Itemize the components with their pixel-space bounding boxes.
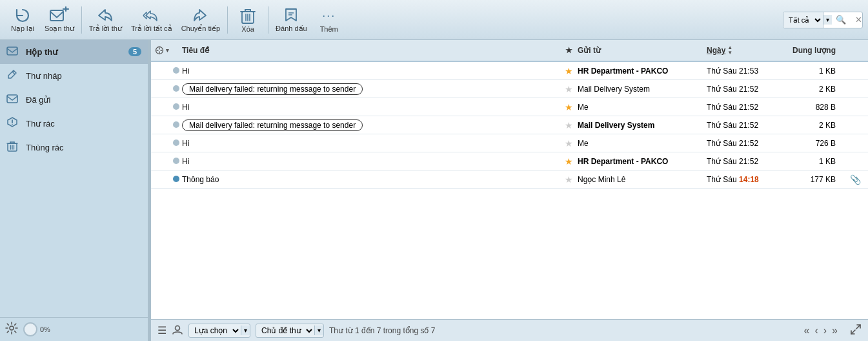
reply-all-button[interactable]: Trả lời tất cả <box>126 3 177 36</box>
search-scope-select[interactable]: Tất cả <box>783 12 823 28</box>
svg-rect-0 <box>50 10 63 21</box>
header-check: ▾ <box>155 46 173 55</box>
date-sort-arrows[interactable]: ▲▼ <box>727 45 732 56</box>
svg-line-30 <box>851 330 855 334</box>
select-dropdown[interactable]: Lựa chọn <box>189 324 241 337</box>
toolbar-group-main: Nạp lại Soạn thư Trả lời thư <box>5 3 347 36</box>
table-row[interactable]: Hi ★ Me Thứ Sáu 21:52 726 B <box>151 134 868 152</box>
sidebar-item-inbox[interactable]: Hộp thư 5 <box>0 40 148 64</box>
svg-rect-15 <box>7 95 17 103</box>
reply-button[interactable]: Trả lời thư <box>85 3 126 36</box>
search-close-button[interactable]: ✕ <box>855 15 862 25</box>
table-row[interactable]: Thông báo ★ Ngọc Minh Lê Thứ Sáu 14:18 1… <box>151 170 868 189</box>
row-subject: Thông báo <box>182 175 560 184</box>
row-dot <box>173 85 182 94</box>
forward-button[interactable]: Chuyển tiếp <box>177 3 225 36</box>
progress-circle <box>23 322 37 336</box>
email-content: ▾ Tiêu đề ★ Gửi từ Ngày ▲▼ Dung lượng <box>151 40 868 341</box>
row-star[interactable]: ★ <box>560 84 578 94</box>
star-icon[interactable]: ★ <box>565 174 573 185</box>
sent-icon <box>6 92 21 107</box>
header-size: Dung lượng <box>791 46 836 55</box>
list-view-icon[interactable]: ☰ <box>157 324 167 336</box>
nav-prev-button[interactable]: ‹ <box>812 325 820 336</box>
search-icon[interactable]: 🔍 <box>836 15 846 25</box>
row-dot <box>173 67 182 76</box>
star-icon[interactable]: ★ <box>565 66 573 76</box>
sidebar-footer: 0% <box>0 317 148 341</box>
spam-icon <box>6 116 21 130</box>
row-star[interactable]: ★ <box>560 174 578 185</box>
svg-rect-13 <box>7 47 17 55</box>
table-row[interactable]: Mail delivery failed: returning message … <box>151 116 868 134</box>
header-star: ★ <box>560 46 578 55</box>
row-from: Me <box>578 139 707 148</box>
forward-icon <box>190 6 211 25</box>
compose-button[interactable]: Soạn thư <box>40 3 79 36</box>
sidebar-item-trash[interactable]: Thùng rác <box>0 136 148 160</box>
reload-button[interactable]: Nạp lại <box>5 3 40 36</box>
star-icon[interactable]: ★ <box>565 156 573 167</box>
unread-indicator <box>173 85 179 92</box>
subject-arrow[interactable]: ▾ <box>314 326 323 335</box>
header-subject: Tiêu đề <box>182 46 560 55</box>
unread-indicator <box>173 140 179 146</box>
table-row[interactable]: Hi ★ HR Department - PAKCO Thứ Sáu 21:52… <box>151 152 868 170</box>
row-date: Thứ Sáu 21:52 <box>707 103 791 112</box>
svg-line-31 <box>856 325 860 329</box>
contact-view-icon[interactable] <box>172 324 183 337</box>
row-star[interactable]: ★ <box>560 120 578 130</box>
settings-gear-icon[interactable] <box>5 322 18 337</box>
inbox-badge: 5 <box>128 47 141 56</box>
unread-indicator <box>173 67 179 74</box>
toolbar-divider-3 <box>268 6 268 34</box>
subject-dropdown[interactable]: Chủ đề thư <box>256 324 314 337</box>
delete-icon <box>237 7 258 25</box>
row-date: Thứ Sáu 21:53 <box>707 67 791 76</box>
nav-next-button[interactable]: › <box>822 325 829 336</box>
table-row[interactable]: Hi ★ Me Thứ Sáu 21:52 828 B <box>151 98 868 116</box>
star-icon[interactable]: ★ <box>565 138 573 149</box>
search-scope-arrow[interactable]: ▾ <box>823 15 832 25</box>
row-date: Thứ Sáu 21:52 <box>707 139 791 148</box>
nav-last-button[interactable]: » <box>830 325 840 336</box>
mark-button[interactable]: Đánh dấu <box>271 3 312 36</box>
row-star[interactable]: ★ <box>560 102 578 112</box>
sidebar-inbox-label: Hộp thư <box>26 47 128 57</box>
row-star[interactable]: ★ <box>560 138 578 149</box>
row-dot <box>173 175 182 184</box>
row-star[interactable]: ★ <box>560 156 578 167</box>
row-size: 1 KB <box>791 67 836 76</box>
delete-button[interactable]: Xóa <box>230 4 265 36</box>
sidebar-item-spam[interactable]: Thư rác <box>0 112 148 136</box>
sidebar-sent-label: Đã gửi <box>26 95 141 105</box>
toolbar-right: Tất cả ▾ 🔍 ✕ <box>783 12 863 28</box>
toolbar-divider-1 <box>81 6 82 34</box>
search-box: Tất cả ▾ 🔍 ✕ <box>783 12 863 28</box>
pagination-info: Thư từ 1 đến 7 trong tổng số 7 <box>329 326 435 335</box>
sidebar-item-drafts[interactable]: Thư nháp <box>0 64 148 88</box>
row-star[interactable]: ★ <box>560 66 578 76</box>
sidebar-item-sent[interactable]: Đã gửi <box>0 88 148 112</box>
row-from: Mail Delivery System <box>578 121 707 130</box>
svg-point-27 <box>10 326 14 330</box>
row-from: HR Department - PAKCO <box>578 67 707 76</box>
table-row[interactable]: Hi ★ HR Department - PAKCO Thứ Sáu 21:53… <box>151 62 868 80</box>
header-date[interactable]: Ngày ▲▼ <box>707 45 791 56</box>
more-button[interactable]: ··· Thêm <box>312 4 347 36</box>
select-arrow[interactable]: ▾ <box>241 326 250 335</box>
row-size: 2 KB <box>791 85 836 94</box>
expand-button[interactable] <box>850 324 862 337</box>
row-attach: 📎 <box>850 174 864 185</box>
table-row[interactable]: Mail delivery failed: returning message … <box>151 80 868 98</box>
header-dropdown-arrow: ▾ <box>166 47 169 54</box>
trash-icon <box>6 140 21 154</box>
star-icon[interactable]: ★ <box>565 84 573 94</box>
star-icon[interactable]: ★ <box>565 102 573 112</box>
sidebar: Hộp thư 5 Thư nháp Đã gửi <box>0 40 148 341</box>
settings-dropdown[interactable]: ▾ <box>155 46 169 55</box>
toolbar-divider-2 <box>227 6 228 34</box>
star-icon[interactable]: ★ <box>565 120 573 130</box>
nav-first-button[interactable]: « <box>802 325 812 336</box>
sidebar-drafts-label: Thư nháp <box>26 71 141 81</box>
